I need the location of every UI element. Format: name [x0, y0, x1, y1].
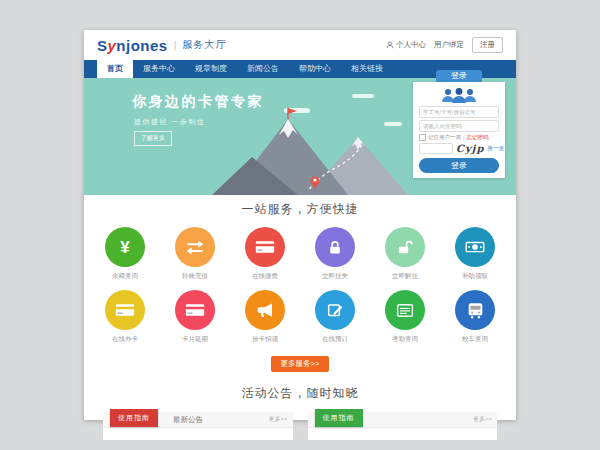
- service-label: 考勤查询: [383, 335, 427, 344]
- service-school-bus[interactable]: 校车查询: [453, 290, 497, 344]
- logo: Synjones | 服务大厅: [97, 37, 227, 54]
- service-label: 补助领取: [453, 272, 497, 281]
- header: Synjones | 服务大厅 个人中心 用户绑定 注册: [84, 30, 516, 60]
- panel-content: [308, 428, 498, 440]
- guide-panel-left: 使用指南 最新公告 更多>>: [103, 412, 293, 440]
- service-transfer[interactable]: 转账充值: [173, 227, 217, 281]
- login-submit-button[interactable]: 登录: [419, 158, 499, 173]
- panel-content: [103, 428, 293, 440]
- login-panel: 登录 记住用户一周 | 忘记密码 Cyjp 换一张: [413, 70, 505, 178]
- logo-divider: |: [174, 39, 177, 51]
- service-report-loss[interactable]: 立即挂失: [313, 227, 357, 281]
- service-pay-online[interactable]: 在线缴费: [243, 227, 287, 281]
- bus-icon: [467, 302, 484, 319]
- nav-item-home[interactable]: 首页: [97, 60, 133, 78]
- logo-wordmark: Synjones: [97, 37, 168, 54]
- service-label: 转账充值: [173, 272, 217, 281]
- nav-item-service-center[interactable]: 服务中心: [133, 60, 185, 78]
- guide-ribbon-tab[interactable]: 使用指南: [315, 409, 363, 427]
- guide-panel-right: 使用指南 更多>>: [308, 412, 498, 440]
- captcha-image: Cyjp: [456, 143, 484, 154]
- service-label: 立即挂失: [313, 272, 357, 281]
- users-avatar-icon: [437, 87, 481, 104]
- service-apply-card[interactable]: 在线办卡: [103, 290, 147, 344]
- page: Synjones | 服务大厅 个人中心 用户绑定 注册 首页 服务中心 规章制…: [84, 30, 516, 420]
- header-links: 个人中心 用户绑定 注册: [386, 37, 503, 53]
- captcha-row: Cyjp 换一张: [419, 143, 499, 154]
- service-attendance[interactable]: 考勤查询: [383, 290, 427, 344]
- service-label: 立即解挂: [383, 272, 427, 281]
- list-icon: [396, 303, 414, 318]
- services-section: 一站服务，方便快捷 ¥ 余额查询 转账充值 在线缴费: [84, 195, 516, 372]
- personal-center-link[interactable]: 个人中心: [386, 40, 426, 50]
- options-divider: |: [463, 135, 464, 141]
- user-bind-label: 用户绑定: [434, 40, 464, 50]
- services-title: 一站服务，方便快捷: [84, 201, 516, 218]
- service-label: 拾卡招领: [243, 335, 287, 344]
- service-balance[interactable]: ¥ 余额查询: [103, 227, 147, 281]
- announcements-section: 活动公告，随时知晓 使用指南 最新公告 更多>> 使用指南 更多>>: [84, 385, 516, 440]
- more-services-button[interactable]: 更多服务>>: [271, 356, 330, 372]
- yen-icon: ¥: [120, 239, 129, 256]
- hero-cta-button[interactable]: 了解更多: [134, 131, 172, 146]
- remember-label: 记住用户一周: [428, 134, 461, 141]
- latest-announcements-tab[interactable]: 最新公告: [173, 412, 203, 427]
- nav-item-rules[interactable]: 规章制度: [185, 60, 237, 78]
- service-label: 在线预订: [313, 335, 357, 344]
- change-captcha-link[interactable]: 换一张: [487, 145, 504, 152]
- service-label: 卡片延期: [173, 335, 217, 344]
- service-label: 校车查询: [453, 335, 497, 344]
- banknote-icon: [465, 239, 485, 255]
- more-link[interactable]: 更多>>: [473, 412, 492, 427]
- login-options: 记住用户一周 | 忘记密码: [419, 134, 499, 141]
- card-icon: [255, 239, 275, 255]
- login-password-input[interactable]: [419, 120, 499, 132]
- nav-item-help[interactable]: 帮助中心: [289, 60, 341, 78]
- service-card-renew[interactable]: 卡片延期: [173, 290, 217, 344]
- register-button[interactable]: 注册: [472, 37, 503, 53]
- personal-center-label: 个人中心: [396, 40, 426, 50]
- services-row-1: ¥ 余额查询 转账充值 在线缴费 立即挂失: [84, 227, 516, 281]
- service-label: 在线缴费: [243, 272, 287, 281]
- service-label: 在线办卡: [103, 335, 147, 344]
- service-booking[interactable]: 在线预订: [313, 290, 357, 344]
- service-subsidy[interactable]: 补助领取: [453, 227, 497, 281]
- nav-item-news[interactable]: 新闻公告: [237, 60, 289, 78]
- person-icon: [386, 41, 394, 49]
- cloud-decoration: [352, 94, 374, 98]
- card-icon: [185, 302, 205, 318]
- login-id-input[interactable]: [419, 106, 499, 118]
- card-icon: [115, 302, 135, 318]
- lock-icon: [327, 239, 343, 256]
- service-lost-found[interactable]: 拾卡招领: [243, 290, 287, 344]
- unlock-icon: [397, 239, 414, 256]
- service-label: 余额查询: [103, 272, 147, 281]
- user-bind-link[interactable]: 用户绑定: [434, 40, 464, 50]
- megaphone-icon: [256, 302, 274, 319]
- guide-ribbon-tab[interactable]: 使用指南: [110, 409, 158, 427]
- captcha-input[interactable]: [419, 143, 453, 154]
- mountains-illustration: [212, 105, 408, 195]
- more-link[interactable]: 更多>>: [268, 412, 287, 427]
- announcements-title: 活动公告，随时知晓: [84, 385, 516, 402]
- transfer-icon: [185, 240, 205, 255]
- nav-item-links[interactable]: 相关链接: [341, 60, 393, 78]
- hero-subtitle: 提供捷径 一步到位: [134, 117, 205, 127]
- services-row-2: 在线办卡 卡片延期 拾卡招领 在线预订: [84, 290, 516, 344]
- hero-banner: 你身边的卡管专家 提供捷径 一步到位 了解更多 登录: [84, 78, 516, 195]
- site-title: 服务大厅: [183, 38, 227, 52]
- forgot-password-link[interactable]: 忘记密码: [466, 134, 488, 141]
- login-tab[interactable]: 登录: [436, 70, 482, 82]
- remember-checkbox[interactable]: [419, 134, 426, 141]
- edit-icon: [327, 302, 344, 319]
- service-unfreeze[interactable]: 立即解挂: [383, 227, 427, 281]
